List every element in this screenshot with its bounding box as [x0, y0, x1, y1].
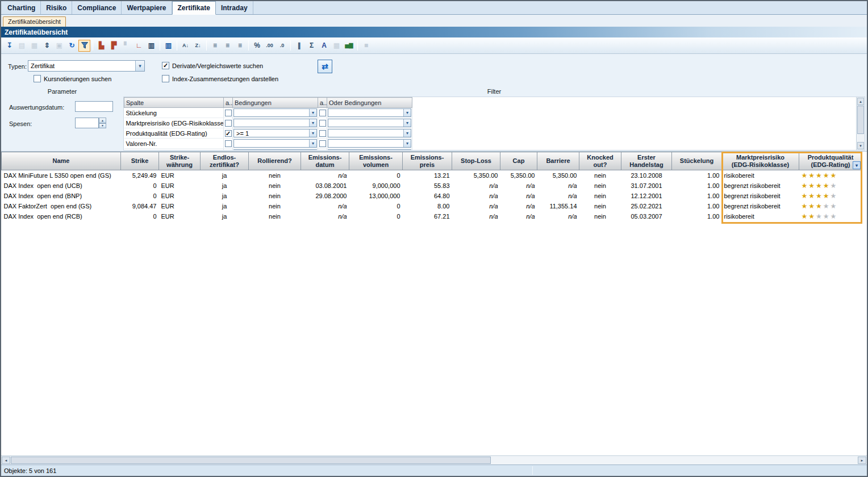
sort-asc-icon[interactable]: A↓ — [180, 40, 191, 52]
chevron-down-icon[interactable] — [309, 150, 316, 150]
sum-icon[interactable]: Σ — [306, 40, 318, 52]
column-header[interactable]: Cap — [500, 152, 537, 170]
and-checkbox[interactable] — [319, 130, 326, 137]
chevron-down-icon[interactable] — [403, 140, 411, 147]
auswertungsdatum-input[interactable] — [75, 101, 113, 112]
freeze-columns-icon[interactable]: ▙ — [95, 40, 107, 52]
condition-combobox[interactable] — [233, 139, 317, 148]
freeze-rows-icon[interactable]: ▛ — [108, 40, 120, 52]
column-header[interactable]: Produktqualität (EDG-Rating) — [799, 152, 862, 170]
column-header[interactable]: Emissions- preis — [403, 152, 452, 170]
spinner-up-icon[interactable] — [99, 118, 106, 123]
chevron-down-icon[interactable] — [403, 109, 411, 116]
chevron-down-icon[interactable] — [309, 109, 316, 116]
or-condition-combobox[interactable] — [328, 139, 411, 148]
tab-wertpapiere[interactable]: Wertpapiere — [122, 1, 172, 14]
column-header[interactable]: Barriere — [537, 152, 579, 170]
column-header[interactable]: Knocked out? — [579, 152, 621, 170]
chevron-down-icon[interactable] — [403, 119, 411, 127]
condition-combobox[interactable] — [233, 108, 317, 117]
chart-icon[interactable]: ▅▇ — [343, 40, 355, 52]
and-checkbox[interactable] — [319, 120, 326, 127]
table-row[interactable]: DAX Index open end (BNP)0EURjanein29.08.… — [2, 191, 862, 201]
column-filter-button[interactable] — [853, 161, 861, 169]
and-checkbox[interactable] — [225, 120, 232, 127]
bars-icon[interactable]: ∥ — [293, 40, 305, 52]
chevron-down-icon[interactable] — [135, 61, 144, 71]
export-icon[interactable]: ↧ — [3, 40, 15, 52]
chevron-down-icon[interactable] — [309, 140, 316, 147]
derivate-checkbox[interactable] — [162, 62, 169, 69]
table-row[interactable]: DAX FaktorZert open end (GS)9,084.47EURj… — [2, 201, 862, 211]
column-header[interactable]: Emissions- datum — [301, 152, 349, 170]
subtab-zertifikateuebersicht[interactable]: Zertifikateübersicht — [3, 16, 66, 27]
condition-combobox[interactable] — [233, 149, 317, 150]
align-center-icon[interactable]: ≡ — [222, 40, 233, 52]
tab-zertifikate[interactable]: Zertifikate — [172, 1, 216, 15]
tab-risiko[interactable]: Risiko — [41, 1, 72, 14]
underline-icon[interactable]: ∟ — [133, 40, 145, 52]
column-header[interactable]: Stückelung — [672, 152, 722, 170]
align-left-icon[interactable]: ≡ — [209, 40, 221, 52]
chevron-down-icon[interactable] — [403, 150, 411, 150]
filter-icon[interactable] — [78, 40, 90, 52]
column-header[interactable]: Strike- währung — [159, 152, 201, 170]
derivate-checkbox-row[interactable]: Derivate/Vergleichswerte suchen — [162, 62, 263, 69]
tab-charting[interactable]: Charting — [2, 1, 41, 14]
scroll-right-icon[interactable] — [858, 457, 866, 464]
column-header[interactable]: Name — [2, 152, 121, 170]
and-checkbox[interactable] — [225, 140, 232, 147]
filter-scrollbar[interactable] — [856, 97, 865, 150]
condition-combobox[interactable] — [233, 119, 317, 127]
spesen-input[interactable] — [75, 118, 99, 128]
column-header[interactable]: Erster Handelstag — [621, 152, 672, 170]
refresh-search-button[interactable] — [318, 60, 332, 73]
remove-decimal-icon[interactable]: .0 — [276, 40, 288, 52]
column-header[interactable]: Strike — [121, 152, 159, 170]
or-condition-combobox[interactable] — [328, 129, 411, 137]
chevron-down-icon[interactable] — [403, 129, 411, 137]
column-header[interactable]: Emissions- volumen — [349, 152, 403, 170]
tab-compliance[interactable]: Compliance — [72, 1, 122, 14]
spinner-down-icon[interactable] — [99, 123, 106, 129]
tab-intraday[interactable]: Intraday — [216, 1, 253, 14]
and-checkbox[interactable] — [225, 130, 232, 137]
condition-combobox[interactable]: >= 1 — [233, 129, 317, 137]
table-row[interactable]: DAX Index open end (RCB)0EURjaneinn/a067… — [2, 211, 862, 221]
sort-desc-icon[interactable]: Z↓ — [192, 40, 204, 52]
column-chooser-icon[interactable]: ▥ — [162, 40, 174, 52]
scroll-left-icon[interactable] — [2, 457, 10, 464]
fit-columns-icon[interactable]: ⇕ — [41, 40, 53, 52]
column-header[interactable]: Rollierend? — [249, 152, 301, 170]
or-condition-combobox[interactable] — [328, 149, 411, 150]
kursnotierungen-checkbox[interactable] — [34, 75, 41, 82]
horizontal-scrollbar-thumb[interactable] — [11, 457, 491, 464]
column-header[interactable]: Stop-Loss — [452, 152, 500, 170]
chevron-down-icon[interactable] — [309, 119, 316, 127]
index-zusammensetzungen-checkbox-row[interactable]: Index-Zusammensetzungen darstellen — [162, 75, 278, 82]
scroll-down-icon[interactable] — [857, 142, 864, 149]
font-icon[interactable]: A — [318, 40, 330, 52]
spesen-spinner[interactable] — [99, 118, 106, 128]
or-condition-combobox[interactable] — [328, 119, 411, 127]
typen-select[interactable]: Zertifikat — [28, 60, 145, 72]
chevron-down-icon[interactable] — [309, 129, 316, 137]
index-zusammensetzungen-checkbox[interactable] — [162, 75, 169, 82]
horizontal-scrollbar[interactable] — [1, 455, 867, 465]
align-right-icon[interactable]: ≡ — [234, 40, 246, 52]
filter-scrollbar-thumb[interactable] — [857, 106, 864, 134]
and-checkbox[interactable] — [319, 140, 326, 147]
table-row[interactable]: DAX MiniFuture L 5350 open end (GS)5,249… — [2, 170, 862, 181]
percent-icon[interactable]: % — [251, 40, 263, 52]
row-height-icon[interactable]: ▥ — [145, 40, 157, 52]
kursnotierungen-checkbox-row[interactable]: Kursnotierungen suchen — [34, 75, 111, 82]
and-checkbox[interactable] — [225, 110, 232, 116]
or-condition-combobox[interactable] — [328, 108, 411, 117]
column-header[interactable]: Marktpreisrisiko (EDG-Risikoklasse) — [722, 152, 799, 170]
and-checkbox[interactable] — [319, 110, 326, 116]
add-decimal-icon[interactable]: .00 — [264, 40, 276, 52]
column-header[interactable]: Endlos- zertifikat? — [201, 152, 249, 170]
table-row[interactable]: DAX Index open end (UCB)0EURjanein03.08.… — [2, 181, 862, 191]
scroll-up-icon[interactable] — [857, 98, 864, 105]
refresh-icon[interactable]: ↻ — [66, 40, 78, 52]
